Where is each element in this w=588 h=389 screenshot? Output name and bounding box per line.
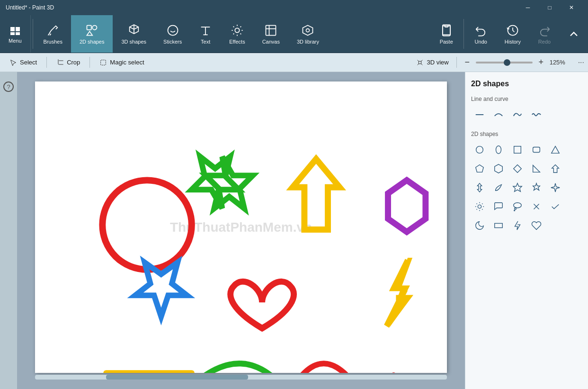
line-curve-title: Line and curve bbox=[471, 96, 582, 102]
zoom-thumb[interactable] bbox=[504, 59, 510, 66]
svg-rect-3 bbox=[16, 32, 20, 35]
3dshapes-tool[interactable]: 3D shapes bbox=[113, 15, 155, 53]
2d-shapes-grid bbox=[471, 141, 582, 234]
svg-rect-9 bbox=[266, 25, 276, 35]
titlebar-controls: ─ □ ✕ bbox=[517, 0, 582, 15]
zoom-percent: 125% bbox=[550, 59, 569, 66]
small-rect-shape-btn[interactable] bbox=[490, 217, 507, 234]
maximize-button[interactable]: □ bbox=[539, 0, 561, 15]
cross-shape-btn[interactable] bbox=[528, 198, 545, 215]
crescent-shape-btn[interactable] bbox=[471, 217, 488, 234]
arc-shape-btn[interactable] bbox=[490, 106, 507, 123]
history-tool[interactable]: History bbox=[496, 15, 529, 53]
star6-shape-btn[interactable] bbox=[528, 179, 545, 196]
3d-view-label: 3D view bbox=[427, 59, 448, 66]
subbar: Select Crop Magic select 3D view − + 125… bbox=[0, 53, 588, 72]
panel-title: 2D shapes bbox=[471, 80, 582, 88]
svg-marker-20 bbox=[388, 180, 426, 232]
magic-select-tool[interactable]: Magic select bbox=[90, 53, 153, 72]
svg-marker-30 bbox=[476, 165, 484, 172]
hexagon-shape-btn[interactable] bbox=[490, 160, 507, 177]
updown-arrow-shape-btn[interactable] bbox=[471, 179, 488, 196]
star5-shape-btn[interactable] bbox=[509, 179, 526, 196]
redo-tool[interactable]: Redo bbox=[529, 15, 560, 53]
stickers-tool[interactable]: Stickers bbox=[155, 15, 190, 53]
svg-point-5 bbox=[92, 25, 97, 29]
leaf-shape-btn[interactable] bbox=[490, 179, 507, 196]
effects-tool[interactable]: Effects bbox=[221, 15, 253, 53]
toolbar-separator-2 bbox=[463, 19, 464, 49]
3dlibrary-tool[interactable]: 3D library bbox=[288, 15, 328, 53]
zoom-slider[interactable] bbox=[476, 62, 533, 63]
zoom-in-button[interactable]: + bbox=[536, 57, 546, 67]
svg-point-25 bbox=[476, 146, 483, 154]
collapse-button[interactable] bbox=[560, 15, 588, 53]
canvas-shapes bbox=[35, 81, 447, 373]
svg-point-8 bbox=[235, 28, 239, 32]
canvas-scrollbar[interactable] bbox=[35, 375, 447, 380]
minimize-button[interactable]: ─ bbox=[517, 0, 539, 15]
svg-point-39 bbox=[478, 205, 481, 208]
svg-marker-19 bbox=[293, 159, 339, 230]
3dlibrary-label: 3D library bbox=[297, 39, 319, 45]
diamond-shape-btn[interactable] bbox=[509, 160, 526, 177]
svg-marker-34 bbox=[552, 165, 559, 173]
menu-button[interactable]: Menu bbox=[0, 15, 31, 53]
star4-shape-btn[interactable] bbox=[547, 179, 564, 196]
wave-shape-btn[interactable] bbox=[528, 106, 545, 123]
circle-shape-btn[interactable] bbox=[471, 141, 488, 158]
paste-tool[interactable]: Paste bbox=[431, 15, 462, 53]
right-triangle-shape-btn[interactable] bbox=[528, 160, 545, 177]
arrow-up-shape-btn[interactable] bbox=[547, 160, 564, 177]
svg-point-41 bbox=[515, 208, 517, 210]
titlebar-title: Untitled* - Paint 3D bbox=[6, 4, 54, 11]
help-button[interactable]: ? bbox=[3, 81, 14, 92]
speech-bubble-shape-btn[interactable] bbox=[490, 198, 507, 215]
line-shape-btn[interactable] bbox=[471, 106, 488, 123]
menu-label: Menu bbox=[9, 38, 22, 44]
text-label: Text bbox=[201, 39, 210, 45]
brushes-tool[interactable]: Brushes bbox=[35, 15, 71, 53]
titlebar: Untitled* - Paint 3D ─ □ ✕ bbox=[0, 0, 588, 15]
more-options-button[interactable]: ··· bbox=[574, 58, 588, 67]
canvas-area[interactable]: ThuThuatPhanMem.vn bbox=[17, 72, 465, 389]
pentagon-shape-btn[interactable] bbox=[471, 160, 488, 177]
svg-rect-15 bbox=[419, 61, 421, 63]
svg-marker-31 bbox=[495, 164, 503, 173]
sun-shape-btn[interactable] bbox=[471, 198, 488, 215]
select-tool[interactable]: Select bbox=[0, 53, 46, 72]
svg-rect-0 bbox=[10, 27, 15, 31]
check-shape-btn[interactable] bbox=[547, 198, 564, 215]
text-tool[interactable]: Text bbox=[190, 15, 221, 53]
zoom-out-button[interactable]: − bbox=[463, 57, 472, 67]
oval-shape-btn[interactable] bbox=[490, 141, 507, 158]
triangle-shape-btn[interactable] bbox=[547, 141, 564, 158]
curve-shape-btn[interactable] bbox=[509, 106, 526, 123]
canvas-scroll-thumb[interactable] bbox=[106, 375, 248, 380]
svg-rect-4 bbox=[87, 25, 91, 29]
rounded-rect-shape-btn[interactable] bbox=[528, 141, 545, 158]
lightning-shape-btn[interactable] bbox=[509, 217, 526, 234]
svg-point-16 bbox=[102, 180, 191, 269]
3d-view-toggle[interactable]: 3D view bbox=[409, 59, 456, 66]
crop-tool[interactable]: Crop bbox=[47, 53, 89, 72]
svg-rect-1 bbox=[16, 27, 20, 31]
zoom-controls: − + 125% bbox=[457, 57, 574, 67]
2dshapes-label: 2D shapes bbox=[80, 39, 105, 45]
svg-point-40 bbox=[514, 203, 522, 208]
svg-marker-29 bbox=[552, 146, 560, 154]
2dshapes-tool[interactable]: 2D shapes bbox=[71, 15, 113, 53]
square-shape-btn[interactable] bbox=[509, 141, 526, 158]
thought-bubble-shape-btn[interactable] bbox=[509, 198, 526, 215]
undo-tool[interactable]: Undo bbox=[466, 15, 496, 53]
shapes-section-title: 2D shapes bbox=[471, 131, 582, 137]
canvas-tool[interactable]: Canvas bbox=[254, 15, 288, 53]
svg-marker-37 bbox=[533, 183, 540, 190]
heart-shape-btn[interactable] bbox=[528, 217, 545, 234]
close-button[interactable]: ✕ bbox=[561, 0, 582, 15]
drawing-canvas[interactable]: ThuThuatPhanMem.vn bbox=[35, 81, 447, 373]
svg-marker-38 bbox=[551, 183, 560, 192]
undo-label: Undo bbox=[475, 39, 487, 45]
svg-rect-14 bbox=[101, 60, 106, 65]
magic-select-label: Magic select bbox=[110, 59, 144, 66]
